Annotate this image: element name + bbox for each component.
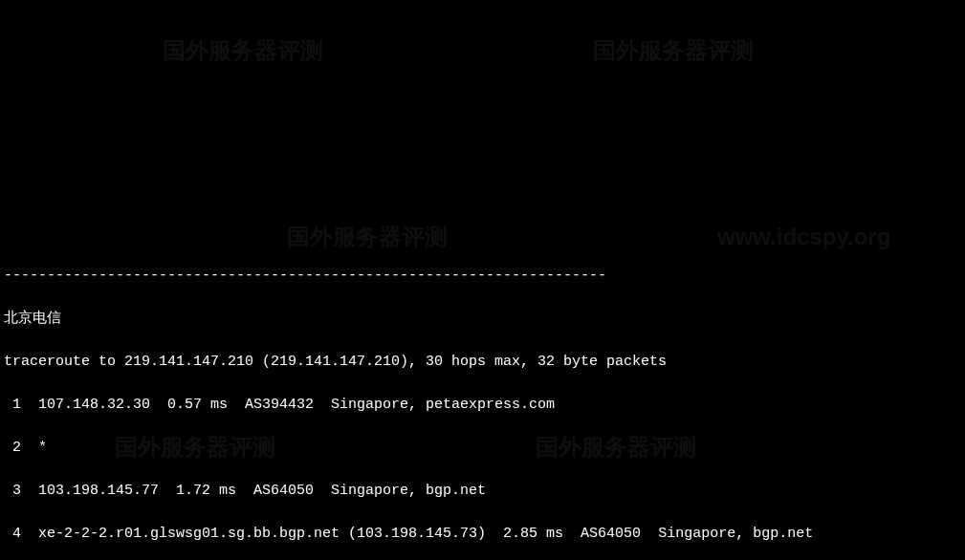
- traceroute-command: traceroute to 219.141.147.210 (219.141.1…: [4, 352, 961, 374]
- hop-line: 1 107.148.32.30 0.57 ms AS394432 Singapo…: [4, 395, 961, 417]
- hop-line: 3 103.198.145.77 1.72 ms AS64050 Singapo…: [4, 481, 961, 503]
- watermark-text: 国外服务器评测: [163, 33, 323, 68]
- terminal-output: ----------------------------------------…: [4, 245, 961, 561]
- traceroute-header: 北京电信: [4, 309, 961, 331]
- watermark-text: 国外服务器评测: [593, 33, 754, 68]
- separator-line: ----------------------------------------…: [4, 266, 961, 288]
- hop-line: 4 xe-2-2-2.r01.glswsg01.sg.bb.bgp.net (1…: [4, 524, 961, 546]
- hop-line: 2 *: [4, 438, 961, 460]
